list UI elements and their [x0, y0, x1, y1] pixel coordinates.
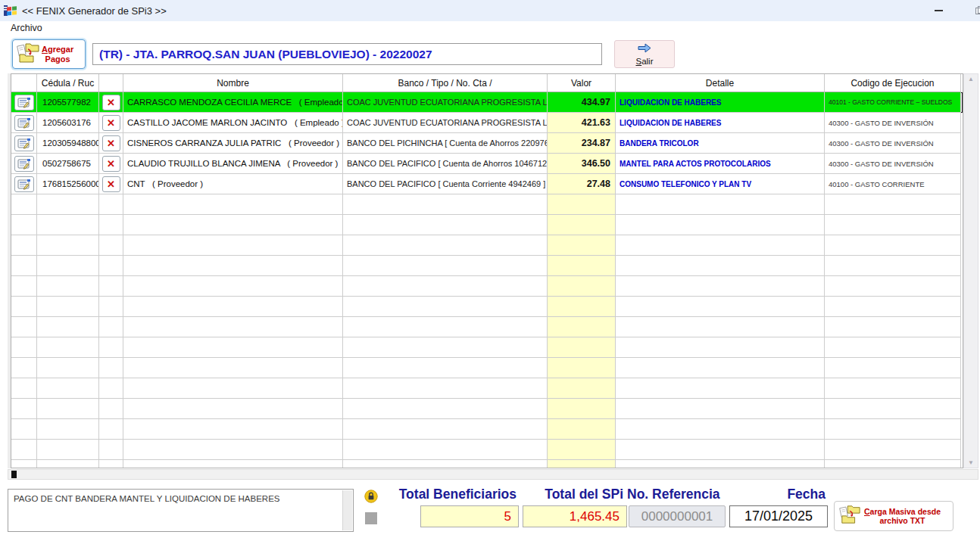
restore-button[interactable] [966, 0, 980, 21]
minimize-button[interactable] [925, 0, 951, 21]
grid-cell-nombre: CISNEROS CARRANZA JULIA PATRIC ( Proveed… [123, 133, 343, 154]
edit-row-button[interactable] [14, 95, 34, 110]
empty-cell [343, 440, 548, 460]
grid-cell-edit [11, 154, 37, 174]
empty-cell [37, 378, 99, 399]
payment-description-memo[interactable]: PAGO DE CNT BANDERA MANTEL Y LIQUIDACION… [8, 489, 354, 532]
empty-cell [37, 215, 99, 235]
empty-cell [825, 337, 961, 358]
empty-cell [11, 399, 37, 419]
carga-masiva-label-2: archivo TXT [879, 516, 925, 525]
empty-cell [11, 235, 37, 256]
grid-body: Cédula / RucNombreBanco / Tipo / No. Cta… [11, 73, 963, 468]
menu-archivo[interactable]: Archivo [8, 22, 45, 34]
empty-cell [11, 317, 37, 337]
salir-button[interactable]: Salir [614, 40, 675, 68]
empty-row [11, 235, 963, 256]
grid-cell-nombre: CARRASCO MENDOZA CECILIA MERCE ( Emplead… [123, 92, 343, 113]
horizontal-scroll-thumb[interactable] [11, 471, 17, 478]
grid-header-delete [99, 74, 123, 92]
edit-row-button[interactable] [14, 156, 34, 172]
grid-horizontal-scrollbar[interactable] [8, 469, 978, 480]
empty-cell [825, 317, 961, 337]
empty-cell [548, 440, 616, 460]
grid-cell-delete: ✕ [99, 133, 123, 154]
empty-cell [37, 460, 99, 468]
delete-row-button[interactable]: ✕ [102, 95, 120, 110]
table-row[interactable]: 1205577982✕CARRASCO MENDOZA CECILIA MERC… [11, 92, 963, 113]
edit-row-button[interactable] [14, 135, 34, 151]
grid-header-row: Cédula / RucNombreBanco / Tipo / No. Cta… [11, 74, 963, 92]
empty-cell [616, 256, 825, 276]
table-row[interactable]: 1768152560001✕CNT ( Proveedor )BANCO DEL… [11, 174, 963, 194]
empty-cell [343, 460, 548, 468]
table-row[interactable]: 1205603176✕CASTILLO JACOME MARLON JACINT… [11, 113, 963, 133]
payments-grid: Cédula / RucNombreBanco / Tipo / No. Cta… [8, 73, 978, 468]
table-row[interactable]: 0502758675✕CLAUDIO TRUJILLO BLANCA JIMEN… [11, 154, 963, 174]
agregar-pagos-button[interactable]: Agregar Pagos [12, 39, 86, 69]
grid-cell-detalle: CONSUMO TELEFONICO Y PLAN TV [616, 174, 825, 194]
delete-row-button[interactable]: ✕ [102, 135, 120, 151]
memo-scrollbar[interactable] [342, 490, 352, 530]
empty-cell [343, 399, 548, 419]
empty-row [11, 358, 963, 378]
empty-cell [37, 317, 99, 337]
empty-cell [616, 358, 825, 378]
empty-cell [616, 337, 825, 358]
fecha-field[interactable]: 17/01/2025 [729, 505, 828, 527]
empty-cell [11, 256, 37, 276]
empty-cell [37, 419, 99, 440]
empty-cell [123, 358, 343, 378]
table-row[interactable]: 1203059488001✕CISNEROS CARRANZA JULIA PA… [11, 133, 963, 154]
empty-cell [548, 399, 616, 419]
empty-row [11, 276, 963, 297]
empty-cell [37, 399, 99, 419]
grid-cell-edit [11, 133, 37, 154]
empty-cell [616, 317, 825, 337]
empty-cell [123, 440, 343, 460]
empty-cell [123, 256, 343, 276]
empty-cell [825, 194, 961, 215]
empty-cell [343, 194, 548, 215]
status-square[interactable] [365, 512, 377, 524]
empty-cell [548, 276, 616, 297]
entity-title-input[interactable] [92, 43, 602, 65]
carga-masiva-label-1: Carga Masiva desde [864, 507, 941, 516]
empty-row [11, 256, 963, 276]
agregar-pagos-label-2: Pagos [45, 54, 70, 64]
empty-cell [616, 194, 825, 215]
grid-cell-edit [11, 92, 37, 113]
grid-vertical-scrollbar[interactable]: ▲ ▼ [963, 73, 978, 468]
empty-cell [11, 358, 37, 378]
title-bar: << FENIX Generador de SPi3 >> [0, 0, 980, 21]
empty-row [11, 297, 963, 317]
empty-cell [548, 235, 616, 256]
total-spi-field: 1,465.45 [523, 505, 627, 527]
empty-cell [37, 337, 99, 358]
empty-cell [99, 399, 123, 419]
empty-cell [548, 358, 616, 378]
edit-row-button[interactable] [14, 115, 34, 131]
carga-masiva-button[interactable]: Carga Masiva desde archivo TXT [834, 501, 953, 531]
delete-row-button[interactable]: ✕ [102, 176, 120, 192]
window-title: << FENIX Generador de SPi3 >> [22, 5, 167, 17]
empty-cell [548, 419, 616, 440]
delete-row-button[interactable]: ✕ [102, 156, 120, 172]
empty-cell [548, 337, 616, 358]
edit-row-button[interactable] [14, 176, 34, 192]
delete-row-button[interactable]: ✕ [102, 115, 120, 131]
grid-cell-delete: ✕ [99, 174, 123, 194]
grid-cell-valor: 234.87 [548, 133, 616, 154]
grid-header-nombre: Nombre [123, 74, 343, 92]
grid-cell-nombre: CLAUDIO TRUJILLO BLANCA JIMENA ( Proveed… [123, 154, 343, 174]
empty-cell [825, 358, 961, 378]
memo-text: PAGO DE CNT BANDERA MANTEL Y LIQUIDACION… [14, 494, 279, 503]
empty-cell [825, 276, 961, 297]
empty-cell [343, 358, 548, 378]
empty-cell [616, 297, 825, 317]
empty-cell [548, 297, 616, 317]
grid-cell-valor: 421.63 [548, 113, 616, 133]
empty-cell [99, 460, 123, 468]
empty-cell [343, 256, 548, 276]
empty-cell [825, 399, 961, 419]
